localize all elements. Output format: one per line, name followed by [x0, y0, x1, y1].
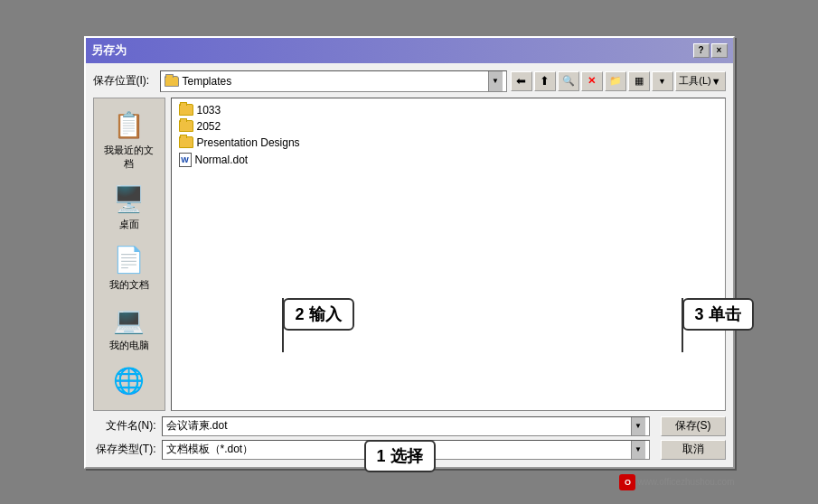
doc-icon-normal	[179, 153, 192, 167]
list-item[interactable]: 1033	[175, 102, 721, 118]
file-name-presentation: Presentation Designs	[197, 136, 300, 149]
sidebar: 📋 我最近的文档 🖥️ 桌面 📄 我的文档	[93, 98, 165, 411]
search-button[interactable]: 🔍	[558, 71, 579, 91]
save-button[interactable]: 保存(S)	[661, 416, 726, 436]
help-button[interactable]: ?	[693, 43, 710, 58]
sidebar-mydocs-label: 我的文档	[109, 278, 149, 292]
delete-button[interactable]: ✕	[581, 71, 603, 91]
filename-combo-arrow[interactable]: ▼	[631, 417, 645, 435]
sidebar-item-mydocs[interactable]: 📄 我的文档	[98, 240, 161, 295]
filetype-row: 保存类型(T): 文档模板（*.dot） ▼	[93, 440, 650, 460]
toolbar-buttons: ⬅ ⬆ 🔍 ✕ 📁 ▦ ▼ 工具(L)▼	[511, 71, 726, 91]
right-buttons: 保存(S) 取消	[661, 416, 726, 460]
file-name-2052: 2052	[197, 120, 221, 133]
watermark: O www.officezhushou.com	[619, 474, 734, 490]
location-combo-arrow[interactable]: ▼	[488, 71, 503, 91]
filename-value: 会议请柬.dot	[166, 418, 631, 434]
list-item[interactable]: Normal.dot	[175, 151, 721, 169]
tools-label: 工具(L)	[679, 74, 710, 88]
view-button2[interactable]: ▼	[652, 71, 673, 91]
title-bar: 另存为 ? ×	[86, 38, 733, 63]
filename-combo[interactable]: 会议请柬.dot ▼	[162, 416, 650, 436]
filename-row: 文件名(N): 会议请柬.dot ▼	[93, 416, 650, 436]
back-button[interactable]: ⬅	[511, 71, 532, 91]
folder-icon-presentation	[179, 136, 193, 148]
watermark-text: www.officezhushou.com	[637, 477, 734, 487]
location-combo[interactable]: Templates ▼	[160, 70, 507, 92]
mypc-icon: 💻	[113, 304, 146, 337]
file-name-normal: Normal.dot	[195, 154, 249, 166]
sidebar-item-mypc[interactable]: 💻 我的电脑	[98, 301, 161, 356]
mydocs-icon: 📄	[113, 244, 146, 276]
filetype-label: 保存类型(T):	[93, 442, 156, 457]
toolbar-row: 保存位置(I): Templates ▼ ⬅ ⬆ 🔍 ✕ 📁 ▦ ▼ 工具(L)…	[93, 70, 726, 92]
folder-icon-small	[165, 76, 179, 87]
fields-section: 文件名(N): 会议请柬.dot ▼ 保存类型(T): 文档模板（*.dot） …	[93, 416, 650, 460]
list-item[interactable]: Presentation Designs	[175, 135, 721, 151]
dialog-title: 另存为	[91, 42, 127, 59]
network-icon: 🌐	[113, 365, 146, 397]
main-area: 📋 我最近的文档 🖥️ 桌面 📄 我的文档	[93, 98, 726, 411]
sidebar-desktop-label: 桌面	[119, 218, 139, 231]
sidebar-mypc-label: 我的电脑	[109, 339, 149, 352]
cancel-button[interactable]: 取消	[661, 440, 726, 460]
tools-button[interactable]: 工具(L)▼	[675, 71, 726, 91]
folder-icon-2052	[179, 120, 193, 132]
location-label: 保存位置(I):	[93, 73, 156, 89]
filetype-combo-arrow[interactable]: ▼	[631, 441, 645, 459]
recent-icon: 📋	[113, 109, 146, 142]
file-name-1033: 1033	[197, 104, 221, 117]
sidebar-recent-label: 我最近的文档	[101, 144, 157, 171]
list-item[interactable]: 2052	[175, 118, 721, 135]
desktop-icon: 🖥️	[113, 183, 146, 216]
newfolder-button[interactable]: 📁	[605, 71, 626, 91]
dialog-body: 保存位置(I): Templates ▼ ⬅ ⬆ 🔍 ✕ 📁 ▦ ▼ 工具(L)…	[86, 63, 733, 467]
watermark-logo: O	[619, 474, 635, 490]
file-area[interactable]: 1033 2052 Presentation Designs Normal.do…	[171, 98, 726, 411]
save-as-dialog: 另存为 ? × 保存位置(I): Templates ▼ ⬅ ⬆ 🔍	[84, 36, 735, 469]
title-bar-buttons: ? ×	[693, 43, 728, 58]
filename-label: 文件名(N):	[93, 418, 156, 434]
filetype-value: 文档模板（*.dot）	[166, 442, 631, 457]
location-combo-text: Templates	[183, 75, 484, 88]
close-button[interactable]: ×	[711, 43, 728, 58]
sidebar-item-network[interactable]: 🌐	[98, 361, 161, 403]
bottom-section: 文件名(N): 会议请柬.dot ▼ 保存类型(T): 文档模板（*.dot） …	[93, 416, 726, 460]
sidebar-item-desktop[interactable]: 🖥️ 桌面	[98, 180, 161, 235]
folder-icon-1033	[179, 104, 193, 116]
dialog-wrapper: 另存为 ? × 保存位置(I): Templates ▼ ⬅ ⬆ 🔍	[84, 36, 735, 469]
sidebar-item-recent[interactable]: 📋 我最近的文档	[98, 106, 161, 174]
view-button[interactable]: ▦	[628, 71, 650, 91]
filetype-combo[interactable]: 文档模板（*.dot） ▼	[162, 440, 650, 460]
up-button[interactable]: ⬆	[534, 71, 556, 91]
